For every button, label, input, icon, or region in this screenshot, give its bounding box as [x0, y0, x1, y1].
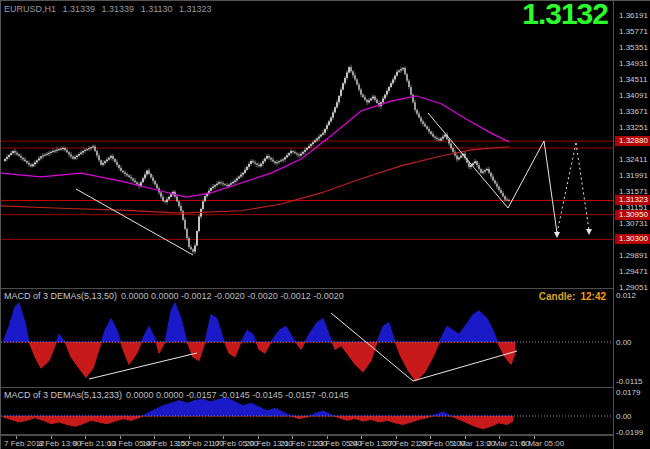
candle-countdown-label: Candle:: [539, 291, 576, 302]
price-axis[interactable]: 1.361911.357711.353511.349311.345111.340…: [613, 1, 650, 449]
price-level-tag: 1.30300: [615, 234, 650, 244]
price-level-tag: 1.31323: [615, 195, 650, 205]
candle-countdown: Candle:12:42: [539, 291, 606, 302]
time-axis-tick: [499, 436, 500, 439]
price-axis-label: 1.33671: [619, 107, 648, 116]
macd1-scale-max: 0.012: [616, 291, 636, 300]
macd2-scale-zero: 0.00: [616, 412, 632, 421]
price-axis-label: 1.34931: [619, 59, 648, 68]
time-axis-tick: [189, 436, 190, 439]
macd2-scale-min: -0.0199: [616, 428, 643, 437]
ohlc-high: 1.31339: [102, 4, 135, 14]
price-axis-label: 1.31991: [619, 171, 648, 180]
time-axis-tick: [396, 436, 397, 439]
time-axis-tick: [120, 436, 121, 439]
price-axis-label: 1.34091: [619, 91, 648, 100]
price-level-tag: 1.30950: [615, 210, 650, 220]
panel-separator: [1, 387, 650, 388]
price-axis-label: 1.35351: [619, 43, 648, 52]
macd1-scale-min: -0.0115: [616, 377, 643, 386]
current-price-display: 1.3132: [522, 0, 608, 31]
mt4-chart-window: EURUSD,H1 1.31339 1.31339 1.31130 1.3132…: [0, 0, 650, 449]
panel-separator: [1, 288, 650, 289]
price-axis-label: 1.36191: [619, 11, 648, 20]
macd1-indicator-label: MACD of 3 DEMAs(5,13,50)0.0000 0.0000 -0…: [4, 291, 344, 301]
time-axis-tick: [430, 436, 431, 439]
ohlc-low: 1.31130: [141, 4, 173, 14]
price-axis-label: 1.32411: [619, 155, 647, 164]
main-chart-canvas[interactable]: [1, 1, 613, 289]
price-axis-label: 1.34511: [619, 75, 647, 84]
price-axis-label: 1.35771: [619, 27, 648, 36]
time-axis-label: 6 Mar 05:00: [522, 439, 565, 448]
time-axis-tick: [258, 436, 259, 439]
time-axis-tick: [16, 436, 17, 439]
macd2-indicator-label: MACD of 3 DEMAs(5,13,233)0.0000 0.0000 -…: [4, 390, 349, 400]
ohlc-open: 1.31339: [63, 4, 96, 14]
price-axis-label: 1.31571: [619, 187, 648, 196]
macd2-scale-max: 0.0179: [616, 388, 640, 397]
time-axis-tick: [85, 436, 86, 439]
time-axis-tick: [465, 436, 466, 439]
symbol-timeframe-label: EURUSD,H1: [4, 4, 56, 14]
macd2-name: MACD of 3 DEMAs(5,13,233): [4, 390, 122, 400]
price-axis-label: 1.29471: [619, 267, 648, 276]
price-level-tag: 1.32880: [615, 136, 650, 146]
macd1-canvas[interactable]: [1, 289, 613, 388]
time-axis-tick: [327, 436, 328, 439]
time-axis-tick: [361, 436, 362, 439]
time-axis-tick: [154, 436, 155, 439]
macd1-scale-zero: 0.00: [616, 338, 632, 347]
macd1-values: 0.0000 0.0000 -0.0012 -0.0020 -0.0020 -0…: [121, 291, 344, 301]
ohlc-close: 1.31323: [179, 4, 212, 14]
time-axis[interactable]: 7 Feb 20128 Feb 13:009 Feb 21:0013 Feb 0…: [1, 435, 613, 449]
time-axis-tick: [223, 436, 224, 439]
time-axis-tick: [534, 436, 535, 439]
chart-title: EURUSD,H1 1.31339 1.31339 1.31130 1.3132…: [4, 4, 216, 14]
price-axis-label: 1.30731: [619, 219, 648, 228]
price-axis-label: 1.29891: [619, 251, 648, 260]
time-axis-tick: [292, 436, 293, 439]
macd1-name: MACD of 3 DEMAs(5,13,50): [4, 291, 117, 301]
time-axis-tick: [51, 436, 52, 439]
macd2-values: 0.0000 0.0000 -0.0157 -0.0145 -0.0145 -0…: [126, 390, 349, 400]
candle-countdown-time: 12:42: [580, 291, 606, 302]
price-axis-label: 1.33251: [619, 123, 648, 132]
